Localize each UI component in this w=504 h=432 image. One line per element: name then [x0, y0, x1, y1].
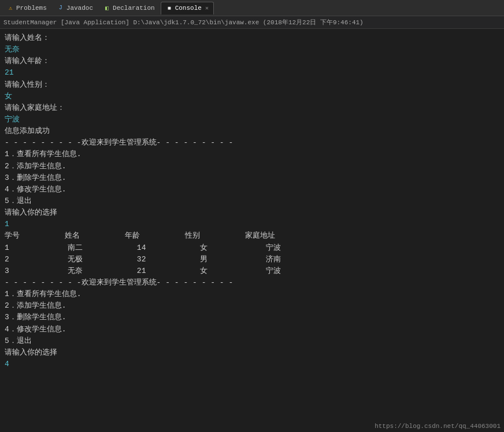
console-line: - - - - - - - - -欢迎来到学生管理系统- - - - - - -…	[5, 277, 499, 289]
console-line: 女	[5, 91, 499, 102]
tab-declaration-label: Declaration	[113, 5, 155, 12]
console-line: 请输入性别：	[5, 79, 499, 91]
console-line: 4．修改学生信息.	[5, 324, 499, 335]
console-line: 请输入你的选择	[5, 207, 499, 219]
console-line: 1	[5, 219, 499, 230]
console-line: 4．修改学生信息.	[5, 184, 499, 195]
tab-console[interactable]: ■ Console ✕	[161, 2, 214, 14]
console-line: 4	[5, 359, 499, 370]
tab-console-label: Console	[175, 5, 202, 12]
console-line: 1 南二 14 女 宁波	[5, 242, 499, 254]
tab-problems-label: Problems	[16, 5, 47, 12]
console-line: 请输入你的选择	[5, 347, 499, 359]
console-area[interactable]: 请输入姓名：无奈请输入年龄：21请输入性别：女请输入家庭地址：宁波信息添加成功-…	[0, 29, 504, 432]
console-line: 3 无奈 21 女 宁波	[5, 265, 499, 277]
console-line: 2．添加学生信息.	[5, 161, 499, 172]
console-icon: ■	[166, 5, 173, 12]
console-line: 21	[5, 67, 499, 79]
console-line: 请输入年龄：	[5, 56, 499, 67]
console-line: 3．删除学生信息.	[5, 312, 499, 323]
console-line: 学号 姓名 年龄 性别 家庭地址	[5, 230, 499, 242]
console-line: 5．退出	[5, 335, 499, 347]
console-line: 2 无极 32 男 济南	[5, 254, 499, 265]
javadoc-icon: J	[57, 5, 64, 12]
tab-problems[interactable]: ⚠ Problems	[2, 2, 51, 14]
console-line: 2．添加学生信息.	[5, 300, 499, 312]
watermark: https://blog.csdn.net/qq_44063001	[375, 423, 501, 430]
console-line: 无奈	[5, 44, 499, 56]
console-line: 宁波	[5, 114, 499, 125]
path-bar: StudentManager [Java Application] D:\Jav…	[0, 16, 504, 29]
tab-javadoc[interactable]: J Javadoc	[53, 2, 98, 14]
console-line: 请输入姓名：	[5, 32, 499, 44]
tab-javadoc-label: Javadoc	[66, 5, 93, 12]
problems-icon: ⚠	[7, 5, 14, 12]
tab-console-close[interactable]: ✕	[205, 5, 209, 12]
tab-bar: ⚠ Problems J Javadoc ◧ Declaration ■ Con…	[0, 0, 504, 16]
console-line: - - - - - - - - -欢迎来到学生管理系统- - - - - - -…	[5, 137, 499, 149]
console-line: 5．退出	[5, 195, 499, 207]
console-line: 请输入家庭地址：	[5, 102, 499, 114]
path-bar-text: StudentManager [Java Application] D:\Jav…	[3, 19, 364, 26]
tab-declaration[interactable]: ◧ Declaration	[99, 2, 160, 14]
console-line: 3．删除学生信息.	[5, 172, 499, 184]
declaration-icon: ◧	[103, 5, 110, 12]
console-line: 1．查看所有学生信息.	[5, 149, 499, 160]
console-line: 信息添加成功	[5, 125, 499, 137]
console-line: 1．查看所有学生信息.	[5, 289, 499, 300]
